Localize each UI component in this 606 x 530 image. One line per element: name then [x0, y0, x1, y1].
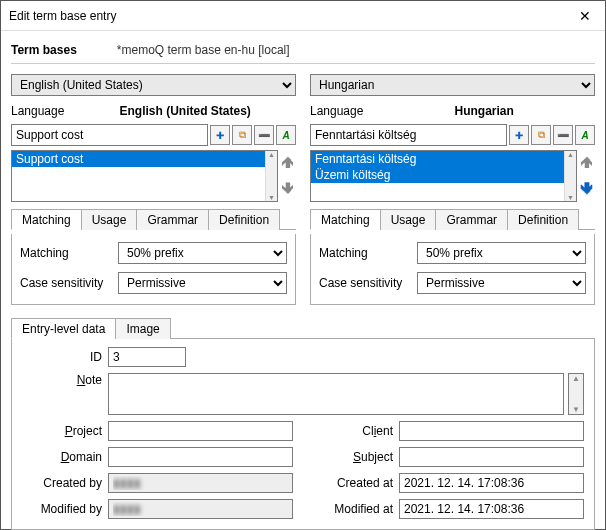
left-tabstrip: Matching Usage Grammar Definition — [11, 208, 296, 230]
down-arrow-icon[interactable]: 🡻 — [281, 181, 295, 197]
client-label: Client — [313, 424, 393, 438]
entry-panel: ID Note ▲▼ Project Client — [11, 339, 595, 530]
right-reorder-arrows: 🡹 🡻 — [579, 150, 595, 202]
left-language-select[interactable]: English (United States) — [11, 74, 296, 96]
id-label: ID — [22, 350, 102, 364]
right-matching-select[interactable]: 50% prefix — [417, 242, 586, 264]
titlebar: Edit term base entry ✕ — [1, 1, 605, 31]
left-copy-term-button[interactable]: ⧉ — [232, 125, 252, 145]
note-label: Note — [22, 373, 102, 387]
right-tab-matching[interactable]: Matching — [310, 209, 381, 230]
id-field[interactable] — [108, 347, 186, 367]
up-arrow-icon[interactable]: 🡹 — [281, 155, 295, 171]
tab-entry-level-data[interactable]: Entry-level data — [11, 318, 116, 339]
domain-label: Domain — [22, 450, 102, 464]
right-case-select[interactable]: Permissive — [417, 272, 586, 294]
termbases-header: Term bases *memoQ term base en-hu [local… — [11, 39, 595, 64]
createdby-label: Created by — [22, 476, 102, 490]
right-language-name: Hungarian — [373, 104, 595, 118]
modifiedat-label: Modified at — [313, 502, 393, 516]
right-delete-term-button[interactable]: ➖ — [553, 125, 573, 145]
modifiedat-field[interactable] — [399, 499, 584, 519]
languages-row: English (United States) Language English… — [11, 74, 595, 305]
tab-image[interactable]: Image — [115, 318, 170, 339]
entry-tabstrip: Entry-level data Image — [11, 317, 595, 339]
right-term-input[interactable] — [310, 124, 507, 146]
left-add-term-button[interactable]: ✚ — [210, 125, 230, 145]
right-term-list[interactable]: Fenntartási költség Üzemi költség — [310, 150, 577, 202]
left-tab-matching[interactable]: Matching — [11, 209, 82, 230]
createdat-field[interactable] — [399, 473, 584, 493]
left-matching-select[interactable]: 50% prefix — [118, 242, 287, 264]
left-tab-definition[interactable]: Definition — [208, 209, 280, 230]
modifiedby-label: Modified by — [22, 502, 102, 516]
createdby-field[interactable] — [108, 473, 293, 493]
domain-field[interactable] — [108, 447, 293, 467]
subject-field[interactable] — [399, 447, 584, 467]
client-field[interactable] — [399, 421, 584, 441]
createdat-label: Created at — [313, 476, 393, 490]
right-tabstrip: Matching Usage Grammar Definition — [310, 208, 595, 230]
right-tab-grammar[interactable]: Grammar — [435, 209, 508, 230]
left-language-label: Language — [11, 104, 64, 118]
edit-term-base-entry-window: Edit term base entry ✕ Term bases *memoQ… — [0, 0, 606, 530]
close-button[interactable]: ✕ — [565, 1, 605, 31]
left-case-select[interactable]: Permissive — [118, 272, 287, 294]
up-arrow-icon[interactable]: 🡹 — [580, 155, 594, 171]
left-tabpanel: Matching 50% prefix Case sensitivity Per… — [11, 234, 296, 305]
right-matching-label: Matching — [319, 246, 409, 260]
right-term-item[interactable]: Fenntartási költség — [311, 151, 564, 167]
right-tab-definition[interactable]: Definition — [507, 209, 579, 230]
note-scrollbar[interactable]: ▲▼ — [568, 373, 584, 415]
right-term-list-scrollbar[interactable] — [564, 151, 576, 201]
subject-label: Subject — [313, 450, 393, 464]
right-case-label: Case sensitivity — [319, 276, 409, 290]
left-reorder-arrows: 🡹 🡻 — [280, 150, 296, 202]
content: Term bases *memoQ term base en-hu [local… — [1, 31, 605, 530]
right-language-select[interactable]: Hungarian — [310, 74, 595, 96]
entry-section: Entry-level data Image ID Note ▲▼ — [11, 317, 595, 530]
modifiedby-field[interactable] — [108, 499, 293, 519]
left-term-list[interactable]: Support cost — [11, 150, 278, 202]
right-column: Hungarian Language Hungarian ✚ ⧉ ➖ A — [310, 74, 595, 305]
left-term-item[interactable]: Support cost — [12, 151, 265, 167]
right-copy-term-button[interactable]: ⧉ — [531, 125, 551, 145]
left-term-list-scrollbar[interactable] — [265, 151, 277, 201]
left-matching-label: Matching — [20, 246, 110, 260]
left-tab-usage[interactable]: Usage — [81, 209, 138, 230]
right-language-label: Language — [310, 104, 363, 118]
right-add-term-button[interactable]: ✚ — [509, 125, 529, 145]
left-tab-grammar[interactable]: Grammar — [136, 209, 209, 230]
left-format-button[interactable]: A — [276, 125, 296, 145]
right-term-item[interactable]: Üzemi költség — [311, 167, 564, 183]
right-format-button[interactable]: A — [575, 125, 595, 145]
window-title: Edit term base entry — [9, 9, 116, 23]
left-case-label: Case sensitivity — [20, 276, 110, 290]
right-tab-usage[interactable]: Usage — [380, 209, 437, 230]
note-field[interactable] — [108, 373, 564, 415]
left-delete-term-button[interactable]: ➖ — [254, 125, 274, 145]
project-field[interactable] — [108, 421, 293, 441]
project-label: Project — [22, 424, 102, 438]
left-term-input[interactable] — [11, 124, 208, 146]
termbases-value: *memoQ term base en-hu [local] — [117, 43, 290, 57]
left-language-name: English (United States) — [74, 104, 296, 118]
termbases-label: Term bases — [11, 43, 77, 57]
left-column: English (United States) Language English… — [11, 74, 296, 305]
down-arrow-icon[interactable]: 🡻 — [580, 181, 594, 197]
right-tabpanel: Matching 50% prefix Case sensitivity Per… — [310, 234, 595, 305]
